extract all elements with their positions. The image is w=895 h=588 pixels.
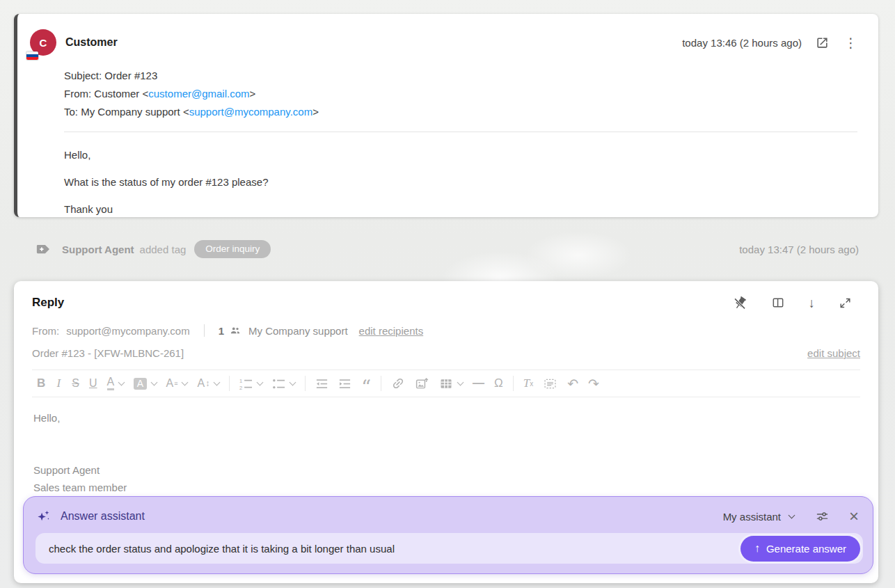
indent-button[interactable]: [333, 373, 356, 394]
activity-action: added tag: [140, 244, 187, 255]
edit-recipients-link[interactable]: edit recipients: [359, 325, 424, 337]
chevron-down-icon: [182, 379, 189, 386]
recipients-name: My Company support: [248, 325, 348, 337]
reply-from-address: support@mycompany.com: [66, 325, 190, 337]
italic-button[interactable]: I: [50, 373, 67, 394]
special-characters-button[interactable]: Ω: [489, 373, 508, 394]
reply-subject-row: Order #123 - [XFW-MLBNC-261] edit subjec…: [32, 344, 860, 361]
assistant-header-row: Answer assistant My assistant ×: [35, 506, 863, 527]
message-timestamp: today 13:46 (2 hours ago): [682, 37, 802, 49]
chevron-down-icon: [118, 379, 125, 386]
reply-subject: Order #123 - [XFW-MLBNC-261]: [32, 347, 184, 359]
text-color-button[interactable]: A: [102, 373, 129, 394]
up-arrow-icon: ↑: [754, 542, 760, 555]
kebab-menu-icon[interactable]: ⋮: [843, 36, 859, 49]
expand-icon[interactable]: [839, 296, 852, 310]
collapse-down-icon[interactable]: ↓: [809, 296, 816, 310]
chevron-down-icon: [150, 379, 157, 386]
email-from-line: From: Customer <customer@gmail.com>: [64, 85, 859, 103]
chevron-down-icon: [214, 379, 221, 386]
recipients-people-icon: [229, 324, 241, 337]
email-meta-block: Subject: Order #123 From: Customer <cust…: [64, 67, 859, 121]
email-message-card: C Customer today 13:46 (2 hours ago) ⋮ S…: [14, 14, 878, 217]
reply-title: Reply: [32, 296, 64, 310]
chevron-down-icon: [789, 512, 795, 519]
assistant-title: Answer assistant: [61, 510, 145, 523]
undo-button[interactable]: ↶: [562, 373, 583, 394]
line-height-button[interactable]: A↕: [192, 373, 224, 394]
email-body-line: What is the status of my order #123 plea…: [64, 173, 859, 192]
split-view-icon[interactable]: [771, 296, 785, 310]
chevron-down-icon: [257, 379, 264, 386]
svg-text:1: 1: [239, 377, 242, 383]
activity-actor: Support Agent: [62, 244, 134, 255]
editor-signature-line: Support Agent: [33, 461, 859, 479]
assistant-prompt-input[interactable]: [47, 542, 740, 555]
activity-log-row: Support Agent added tag Order inquiry to…: [0, 217, 895, 281]
close-icon[interactable]: ×: [849, 508, 859, 525]
reply-header-row: Reply ↓: [32, 292, 860, 313]
toolbar-separator: [305, 376, 306, 391]
add-tag-icon: [36, 243, 51, 255]
blockquote-button[interactable]: “: [356, 373, 376, 394]
answer-assistant-panel: Answer assistant My assistant × ↑ Genera…: [23, 496, 873, 574]
insert-table-button[interactable]: [434, 373, 468, 394]
bullet-list-button[interactable]: [267, 373, 300, 394]
edit-subject-link[interactable]: edit subject: [807, 347, 860, 359]
sparkles-icon: [35, 509, 52, 525]
email-body-line: Hello,: [64, 145, 859, 165]
svg-text:2: 2: [239, 384, 242, 390]
bold-button[interactable]: B: [32, 373, 50, 394]
unpin-icon[interactable]: [733, 296, 747, 310]
toolbar-separator: [229, 376, 230, 391]
ordered-list-button[interactable]: 12: [235, 373, 267, 394]
outdent-button[interactable]: [310, 373, 333, 394]
highlight-color-button[interactable]: A: [129, 373, 161, 394]
open-in-new-icon[interactable]: [816, 36, 829, 49]
clear-formatting-button[interactable]: Tx: [518, 373, 538, 394]
chevron-down-icon: [290, 379, 296, 386]
editor-signature-line: Sales team member: [33, 479, 859, 496]
editor-toolbar: B I S U A A A≡ A↕ 12 “: [32, 370, 860, 397]
recipients-count: 1: [219, 325, 224, 337]
tag-badge[interactable]: Order inquiry: [194, 240, 271, 258]
vertical-divider: [204, 324, 205, 337]
assistant-preset-select[interactable]: My assistant: [723, 511, 794, 523]
editor-line: Hello,: [33, 409, 859, 427]
select-template-button[interactable]: [538, 373, 562, 394]
generate-answer-button[interactable]: ↑ Generate answer: [740, 536, 860, 562]
horizontal-rule-button[interactable]: —: [468, 373, 489, 394]
email-body-line: Thank you: [64, 200, 859, 219]
to-email-link[interactable]: support@mycompany.com: [189, 106, 313, 118]
editor-blank-space: [33, 427, 859, 461]
from-email-link[interactable]: customer@gmail.com: [148, 88, 249, 100]
toolbar-separator: [381, 376, 381, 391]
link-button[interactable]: [386, 373, 410, 394]
email-header-row: C Customer today 13:46 (2 hours ago) ⋮: [30, 29, 859, 56]
slovakia-flag-icon: [26, 51, 38, 60]
email-to-line: To: My Company support <support@mycompan…: [64, 103, 859, 121]
redo-button[interactable]: ↷: [583, 373, 604, 394]
customer-avatar[interactable]: C: [30, 29, 56, 56]
activity-timestamp: today 13:47 (2 hours ago): [739, 244, 859, 255]
reply-card: Reply ↓ From: support@mycompany.com 1 My…: [14, 281, 878, 583]
underline-button[interactable]: U: [84, 373, 102, 394]
reply-from-row: From: support@mycompany.com 1 My Company…: [32, 321, 860, 340]
sender-name: Customer: [65, 36, 118, 49]
from-label: From:: [32, 325, 59, 337]
assistant-settings-icon[interactable]: [815, 509, 830, 524]
toolbar-separator: [513, 376, 514, 391]
email-divider: [64, 132, 857, 132]
strikethrough-button[interactable]: S: [67, 373, 84, 394]
assistant-input-row: ↑ Generate answer: [35, 533, 863, 564]
insert-image-button[interactable]: [410, 373, 434, 394]
email-body: Hello, What is the status of my order #1…: [64, 145, 859, 219]
email-subject-line: Subject: Order #123: [64, 67, 859, 85]
font-size-button[interactable]: A≡: [161, 373, 193, 394]
chevron-down-icon: [457, 379, 464, 386]
